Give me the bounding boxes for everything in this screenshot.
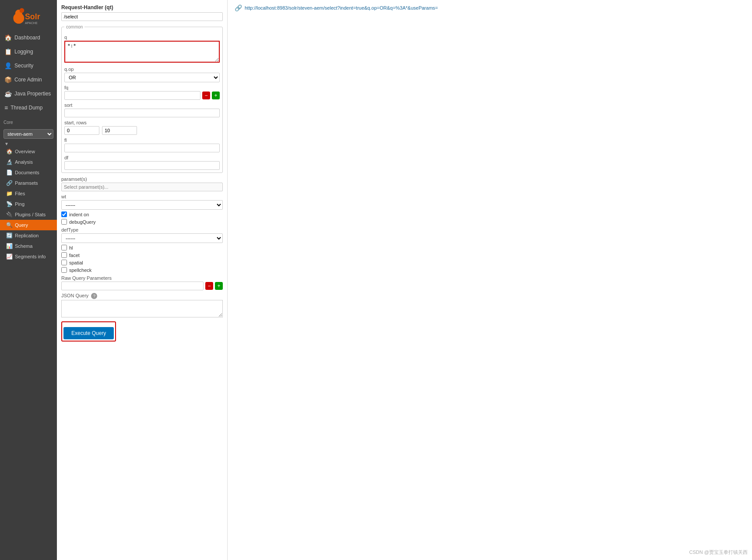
sidebar-item-label: Thread Dump bbox=[11, 105, 42, 111]
right-panel: 🔗 http://localhost:8983/solr/steven-aem/… bbox=[228, 0, 752, 560]
raw-params-add-btn[interactable]: + bbox=[215, 282, 223, 290]
paramsets-icon: 🔗 bbox=[6, 180, 13, 186]
core-nav-files[interactable]: 📁 Files bbox=[0, 188, 57, 199]
start-input[interactable] bbox=[64, 126, 99, 135]
hl-label: hl bbox=[69, 245, 73, 250]
query-icon: 🔍 bbox=[6, 222, 13, 228]
q-input[interactable]: *:* bbox=[64, 41, 220, 63]
execute-btn-wrapper: Execute Query bbox=[61, 321, 116, 342]
segments-icon: 📈 bbox=[6, 254, 13, 260]
security-icon: 👤 bbox=[4, 62, 12, 69]
indent-label: indent on bbox=[69, 212, 89, 217]
raw-params-row: − + bbox=[61, 282, 223, 290]
hl-checkbox[interactable] bbox=[61, 245, 67, 250]
fl-input[interactable] bbox=[64, 144, 220, 152]
core-nav-analysis[interactable]: 🔬 Analysis bbox=[0, 157, 57, 167]
raw-params-input[interactable] bbox=[61, 282, 204, 290]
json-query-label: JSON Query ? bbox=[61, 293, 223, 299]
core-section-header: Core bbox=[0, 118, 57, 127]
ping-icon: 📡 bbox=[6, 201, 13, 207]
documents-icon: 📄 bbox=[6, 169, 13, 176]
url-icon: 🔗 bbox=[235, 4, 242, 11]
wt-select[interactable]: ------ json xml csv bbox=[61, 200, 223, 210]
q-op-label: q.op bbox=[64, 67, 220, 72]
svg-text:APACHE: APACHE bbox=[25, 21, 38, 25]
debug-checkbox[interactable] bbox=[61, 219, 67, 225]
start-rows-row bbox=[64, 126, 220, 135]
indent-checkbox[interactable] bbox=[61, 211, 67, 217]
indent-row: indent on bbox=[61, 211, 223, 217]
url-bar: 🔗 http://localhost:8983/solr/steven-aem/… bbox=[235, 4, 745, 11]
solr-logo-svg: Solr APACHE bbox=[11, 4, 46, 26]
fl-label: fl bbox=[64, 137, 220, 143]
deftype-select[interactable]: ------ lucene dismax edismax bbox=[61, 233, 223, 243]
sidebar-item-core-admin[interactable]: 📦 Core Admin bbox=[0, 73, 57, 87]
facet-checkbox[interactable] bbox=[61, 252, 67, 258]
sidebar-item-dashboard[interactable]: 🏠 Dashboard bbox=[0, 31, 57, 45]
df-label: df bbox=[64, 155, 220, 160]
core-nav-ping[interactable]: 📡 Ping bbox=[0, 199, 57, 209]
raw-params-label: Raw Query Parameters bbox=[61, 275, 223, 281]
core-nav-items: 🏠 Overview 🔬 Analysis 📄 Documents 🔗 Para… bbox=[0, 146, 57, 262]
logging-icon: 📋 bbox=[4, 48, 12, 55]
sidebar-item-label: Security bbox=[14, 63, 33, 69]
json-query-help-icon: ? bbox=[91, 293, 97, 299]
facet-row: facet bbox=[61, 252, 223, 258]
core-nav-documents[interactable]: 📄 Documents bbox=[0, 167, 57, 178]
paramsets-label: paramset(s) bbox=[61, 176, 223, 182]
spellcheck-row: spellcheck bbox=[61, 267, 223, 273]
core-admin-icon: 📦 bbox=[4, 76, 12, 83]
spatial-row: spatial bbox=[61, 260, 223, 265]
core-nav-query[interactable]: 🔍 Query bbox=[0, 220, 57, 230]
execute-query-button[interactable]: Execute Query bbox=[63, 327, 114, 339]
debug-label: debugQuery bbox=[69, 219, 96, 225]
core-nav-paramsets[interactable]: 🔗 Paramsets bbox=[0, 178, 57, 188]
schema-icon: 📊 bbox=[6, 243, 13, 249]
sort-label: sort bbox=[64, 102, 220, 108]
common-group: common q *:* q.op OR AND fq − + sort sta… bbox=[61, 25, 223, 173]
paramsets-input[interactable] bbox=[61, 183, 223, 191]
fq-input[interactable] bbox=[64, 91, 200, 100]
sidebar-item-logging[interactable]: 📋 Logging bbox=[0, 45, 57, 59]
rows-input[interactable] bbox=[102, 126, 137, 135]
fq-label: fq bbox=[64, 85, 220, 90]
json-query-textarea[interactable] bbox=[61, 300, 223, 317]
core-nav-plugins-stats[interactable]: 🔌 Plugins / Stats bbox=[0, 209, 57, 220]
thread-dump-icon: ≡ bbox=[4, 104, 8, 111]
core-nav-overview[interactable]: 🏠 Overview bbox=[0, 146, 57, 157]
deftype-label: defType bbox=[61, 227, 223, 232]
request-handler-input[interactable] bbox=[61, 12, 223, 21]
overview-icon: 🏠 bbox=[6, 148, 13, 155]
core-nav-schema[interactable]: 📊 Schema bbox=[0, 241, 57, 251]
fq-remove-btn[interactable]: − bbox=[202, 92, 210, 99]
core-nav-segments-info[interactable]: 📈 Segments info bbox=[0, 251, 57, 262]
df-input[interactable] bbox=[64, 161, 220, 170]
sidebar-nav-items: 🏠 Dashboard 📋 Logging 👤 Security 📦 Core … bbox=[0, 31, 57, 115]
spellcheck-label: spellcheck bbox=[69, 268, 91, 273]
sort-input[interactable] bbox=[64, 109, 220, 117]
raw-params-remove-btn[interactable]: − bbox=[205, 282, 213, 290]
sidebar: Solr APACHE 🏠 Dashboard 📋 Logging 👤 Secu… bbox=[0, 0, 57, 560]
url-text: http://localhost:8983/solr/steven-aem/se… bbox=[245, 5, 438, 11]
core-selector-arrow: ▼ bbox=[0, 141, 57, 146]
core-selector[interactable]: steven-aem bbox=[4, 129, 53, 139]
sidebar-item-security[interactable]: 👤 Security bbox=[0, 59, 57, 73]
core-nav-replication[interactable]: 🔄 Replication bbox=[0, 230, 57, 241]
replication-icon: 🔄 bbox=[6, 232, 13, 239]
sidebar-item-thread-dump[interactable]: ≡ Thread Dump bbox=[0, 101, 57, 115]
q-op-select[interactable]: OR AND bbox=[64, 73, 220, 82]
logo-area: Solr APACHE bbox=[0, 0, 57, 31]
fq-add-btn[interactable]: + bbox=[212, 92, 220, 99]
spatial-checkbox[interactable] bbox=[61, 260, 67, 265]
svg-text:Solr: Solr bbox=[25, 12, 40, 21]
spatial-label: spatial bbox=[69, 260, 83, 265]
sidebar-item-label: Logging bbox=[14, 49, 33, 55]
facet-label: facet bbox=[69, 253, 80, 258]
spellcheck-checkbox[interactable] bbox=[61, 267, 67, 273]
sidebar-item-label: Java Properties bbox=[14, 91, 51, 97]
start-rows-label: start, rows bbox=[64, 120, 220, 125]
debug-row: debugQuery bbox=[61, 219, 223, 225]
sidebar-item-java-properties[interactable]: ☕ Java Properties bbox=[0, 87, 57, 101]
request-handler-label: Request-Handler (qt) bbox=[61, 4, 223, 11]
files-icon: 📁 bbox=[6, 190, 13, 197]
